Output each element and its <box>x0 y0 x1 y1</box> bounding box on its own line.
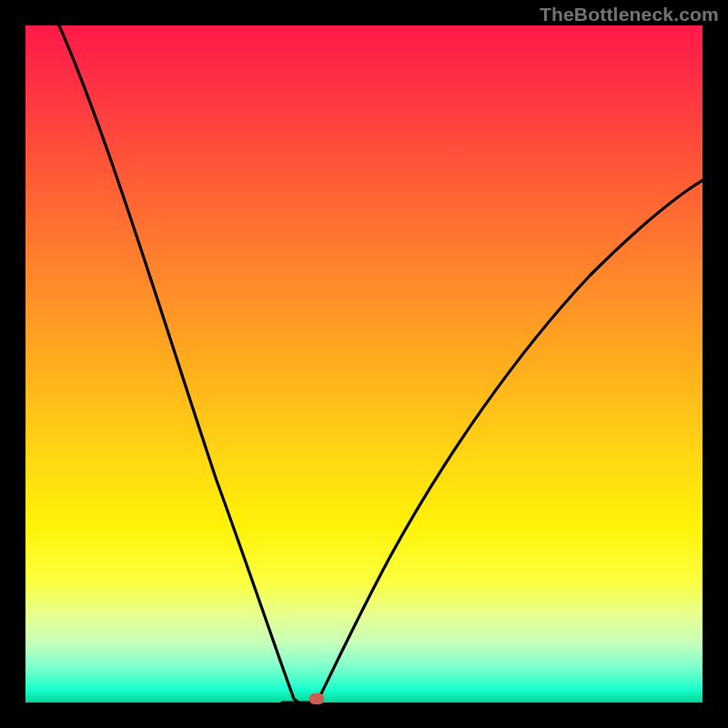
chart-container: TheBottleneck.com <box>0 0 728 728</box>
curve-svg <box>25 25 703 703</box>
plot-area <box>25 25 703 703</box>
curve-left-branch <box>59 25 298 703</box>
watermark-text: TheBottleneck.com <box>540 4 719 25</box>
bottleneck-marker <box>309 693 324 704</box>
curve-right-branch <box>317 180 703 703</box>
